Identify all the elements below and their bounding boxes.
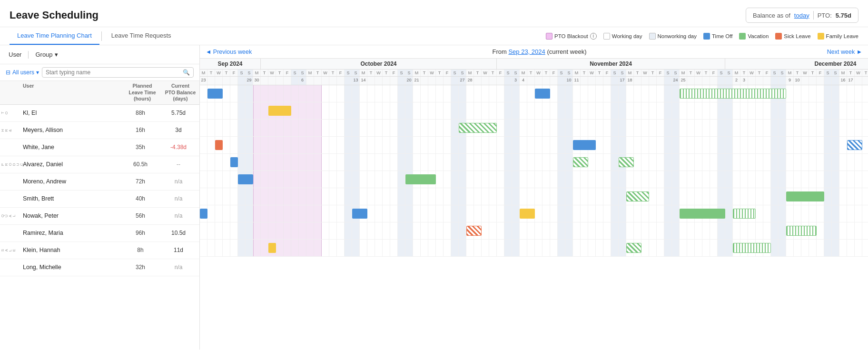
- day-col: [253, 137, 261, 153]
- day-col: [474, 154, 482, 171]
- day-col: [451, 171, 459, 188]
- today-link[interactable]: today: [794, 12, 809, 19]
- day-col: [367, 222, 375, 239]
- day-col: [718, 120, 725, 136]
- day-header-cell: T: [367, 70, 375, 76]
- day-col: [817, 120, 824, 136]
- day-col: [763, 171, 771, 188]
- day-col: [444, 188, 451, 205]
- day-col: [535, 120, 542, 136]
- day-col: [230, 137, 238, 153]
- day-col: [352, 102, 360, 119]
- search-input[interactable]: [46, 69, 180, 76]
- pto-value: 5.75d: [836, 12, 851, 19]
- day-col: [238, 137, 246, 153]
- search-icon: 🔍: [183, 69, 190, 76]
- day-col: [299, 102, 306, 119]
- day-col: [664, 120, 672, 136]
- col-pto-header: CurrentPTO Balance(days): [161, 83, 199, 102]
- day-col: [641, 222, 649, 239]
- day-header-cell: S: [345, 70, 352, 76]
- day-col: [375, 120, 383, 136]
- group-label: Group: [35, 51, 52, 58]
- day-header-cell: S: [725, 70, 733, 76]
- day-col: [565, 188, 573, 205]
- day-col: [284, 120, 291, 136]
- day-col: [718, 137, 725, 153]
- day-col: [482, 205, 489, 222]
- leave-bar: [200, 209, 207, 219]
- day-col: [512, 137, 520, 153]
- day-col: [634, 154, 641, 171]
- week-date-cell: [421, 77, 428, 85]
- day-col: [383, 137, 390, 153]
- day-col: [314, 137, 322, 153]
- group-button[interactable]: Group ▾: [32, 49, 60, 60]
- day-header-cell: T: [261, 70, 268, 76]
- planned-value: 96h: [121, 230, 159, 236]
- day-col: [573, 171, 581, 188]
- day-col: [801, 120, 809, 136]
- day-col: [428, 240, 436, 256]
- day-col: [223, 120, 230, 136]
- week-date-cell: 18: [626, 77, 634, 85]
- week-date-cell: [375, 77, 383, 85]
- day-col: [535, 205, 542, 222]
- from-date-link[interactable]: Sep 23, 2024: [508, 48, 545, 55]
- day-col: [246, 137, 253, 153]
- day-col: [748, 188, 756, 205]
- day-col: [390, 171, 398, 188]
- day-col: [398, 137, 405, 153]
- day-col: [733, 188, 740, 205]
- day-col: [847, 120, 855, 136]
- prev-week-button[interactable]: ◄ Previous week: [206, 49, 252, 55]
- day-col: [626, 171, 634, 188]
- day-col: [862, 188, 868, 205]
- day-col: [794, 85, 801, 102]
- day-col: [794, 205, 801, 222]
- day-col: [748, 120, 756, 136]
- day-col: [253, 154, 261, 171]
- day-col: [817, 240, 824, 256]
- leave-bar: [733, 243, 771, 253]
- day-col: [200, 222, 207, 239]
- day-col: [862, 222, 868, 239]
- dept-label: HR&: [0, 128, 19, 133]
- day-col: [687, 240, 695, 256]
- user-button[interactable]: User: [6, 49, 24, 60]
- day-col: [771, 120, 779, 136]
- day-col: [657, 154, 664, 171]
- day-col: [207, 188, 215, 205]
- leave-bar: [215, 140, 223, 150]
- info-icon[interactable]: i: [590, 33, 597, 40]
- chart-row: [200, 154, 868, 171]
- day-col: [207, 171, 215, 188]
- day-col: [786, 171, 794, 188]
- day-col: [223, 102, 230, 119]
- day-header-cell: T: [383, 70, 390, 76]
- tab-planning[interactable]: Leave Time Planning Chart: [10, 27, 99, 45]
- day-col: [215, 240, 223, 256]
- day-col: [619, 102, 626, 119]
- filter-button[interactable]: ⊟ All users ▾: [6, 69, 39, 76]
- tab-divider: [101, 31, 102, 41]
- day-col: [329, 171, 337, 188]
- day-col: [520, 120, 527, 136]
- day-col: [459, 102, 466, 119]
- tab-requests[interactable]: Leave Time Requests: [104, 27, 179, 45]
- day-col: [337, 85, 345, 102]
- day-col: [565, 154, 573, 171]
- day-col: [200, 120, 207, 136]
- day-col: [276, 137, 284, 153]
- day-col: [261, 154, 268, 171]
- day-col: [230, 85, 238, 102]
- day-col: [291, 137, 299, 153]
- day-col: [626, 137, 634, 153]
- right-panel[interactable]: ◄ Previous week From Sep 23, 2024 (curre…: [200, 45, 868, 350]
- week-date-cell: 27: [459, 77, 466, 85]
- chart-row: [200, 222, 868, 240]
- day-header-cell: F: [603, 70, 611, 76]
- day-col: [306, 137, 314, 153]
- next-week-button[interactable]: Next week ►: [827, 49, 862, 55]
- day-col: [306, 188, 314, 205]
